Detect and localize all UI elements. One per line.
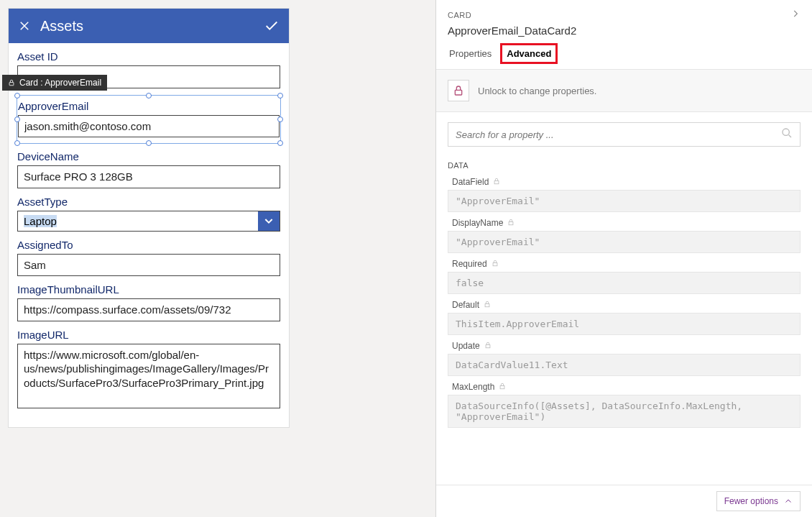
unlock-banner: Unlock to change properties. (436, 69, 812, 112)
lock-icon (8, 79, 15, 86)
resize-handle[interactable] (146, 140, 152, 146)
card-image-url[interactable]: ImageURL https://www.microsoft.com/globa… (17, 329, 280, 411)
svg-rect-0 (9, 83, 14, 86)
lock-icon (492, 259, 499, 269)
card-device-name[interactable]: DeviceName (17, 150, 280, 188)
properties-panel: CARD ApproverEmail_DataCard2 Properties … (435, 0, 812, 517)
field-label: AssignedTo (17, 239, 280, 251)
form-header: Assets (9, 9, 289, 43)
form-title: Assets (40, 18, 263, 35)
prop-datafield: DataField "ApproverEmail" (448, 177, 801, 212)
field-label: AssetType (17, 196, 280, 208)
chevron-up-icon (784, 497, 793, 505)
resize-handle[interactable] (146, 93, 152, 99)
resize-handle[interactable] (14, 140, 20, 146)
field-label: ImageURL (17, 329, 280, 341)
search-icon (781, 127, 793, 142)
svg-rect-1 (455, 90, 461, 95)
check-icon[interactable] (263, 17, 280, 35)
svg-rect-8 (500, 386, 504, 389)
svg-rect-7 (486, 345, 490, 348)
form-body: Asset ID ApproverEmail DeviceName (9, 43, 289, 427)
prop-maxlength: MaxLength DataSourceInfo([@Assets], Data… (448, 382, 801, 428)
approver-email-input[interactable] (18, 115, 280, 138)
prop-value[interactable]: DataSourceInfo([@Assets], DataSourceInfo… (448, 395, 801, 428)
resize-handle[interactable] (277, 116, 283, 122)
panel-kicker: CARD (448, 11, 471, 19)
resize-handle[interactable] (277, 140, 283, 146)
unlock-button[interactable] (448, 80, 469, 101)
svg-rect-6 (485, 304, 489, 307)
field-label: DeviceName (17, 150, 280, 163)
close-icon[interactable] (17, 19, 32, 33)
property-list: DATA DataField "ApproverEmail" DisplayNa… (436, 157, 812, 485)
thumb-url-input[interactable] (17, 298, 280, 321)
card-assigned-to[interactable]: AssignedTo (17, 239, 280, 277)
image-url-input[interactable]: https://www.microsoft.com/global/en-us/n… (17, 344, 280, 408)
svg-rect-4 (509, 222, 513, 225)
lock-icon (493, 177, 500, 187)
section-header: DATA (448, 161, 801, 170)
chevron-down-icon[interactable] (258, 211, 280, 231)
field-label: ImageThumbnailURL (17, 283, 280, 296)
phone-preview: Assets Asset ID ApproverEmail (9, 9, 289, 427)
property-search-input[interactable] (456, 129, 781, 140)
tab-advanced[interactable]: Advanced (504, 45, 553, 65)
panel-tabs: Properties Advanced (448, 45, 801, 65)
svg-point-2 (783, 129, 789, 135)
lock-icon (484, 341, 492, 351)
tab-properties[interactable]: Properties (448, 45, 493, 65)
selected-control-name: ApproverEmail_DataCard2 (448, 24, 801, 37)
property-search[interactable] (448, 122, 801, 147)
resize-handle[interactable] (14, 93, 20, 99)
prop-value[interactable]: "ApproverEmail" (448, 190, 801, 212)
resize-handle[interactable] (14, 116, 20, 122)
selection-tooltip: Card : ApproverEmail (2, 75, 107, 91)
chevron-right-icon[interactable] (790, 9, 801, 22)
svg-rect-3 (494, 181, 499, 184)
field-label: Asset ID (17, 50, 280, 63)
prop-value[interactable]: ThisItem.ApproverEmail (448, 313, 801, 335)
prop-value[interactable]: "ApproverEmail" (448, 231, 801, 253)
unlock-text: Unlock to change properties. (478, 86, 596, 96)
fewer-options-button[interactable]: Fewer options (716, 491, 801, 511)
device-name-input[interactable] (17, 165, 280, 188)
prop-update: Update DataCardValue11.Text (448, 341, 801, 376)
prop-value[interactable]: false (448, 272, 801, 294)
form-designer-canvas: Card : ApproverEmail Assets Asset ID (0, 0, 435, 517)
assigned-to-input[interactable] (17, 254, 280, 277)
svg-rect-5 (493, 263, 497, 266)
resize-handle[interactable] (277, 93, 283, 99)
prop-displayname: DisplayName "ApproverEmail" (448, 218, 801, 253)
lock-icon (507, 218, 515, 228)
lock-icon (484, 300, 491, 310)
card-asset-type[interactable]: AssetType Laptop (17, 196, 280, 232)
card-approver-email[interactable]: ApproverEmail (17, 95, 281, 145)
prop-required: Required false (448, 259, 801, 294)
lock-icon (453, 85, 464, 96)
card-thumb-url[interactable]: ImageThumbnailURL (17, 283, 280, 321)
lock-icon (499, 382, 506, 392)
asset-type-dropdown[interactable]: Laptop (17, 211, 280, 232)
prop-default: Default ThisItem.ApproverEmail (448, 300, 801, 335)
prop-value[interactable]: DataCardValue11.Text (448, 354, 801, 376)
